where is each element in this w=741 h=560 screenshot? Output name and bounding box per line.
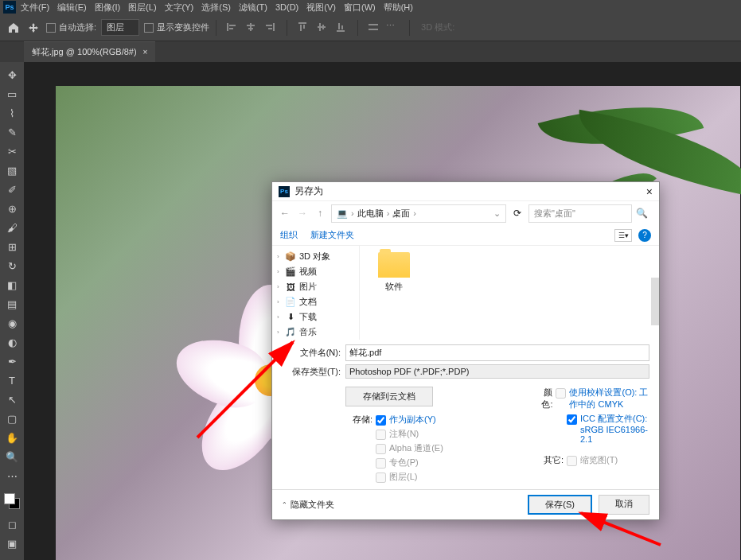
menu-file[interactable]: 文件(F)	[21, 2, 49, 14]
align-right-icon[interactable]	[263, 21, 278, 35]
brush-tool[interactable]: 🖌	[3, 219, 21, 236]
refresh-icon[interactable]: ⟳	[509, 208, 525, 219]
folder-icon	[378, 252, 410, 278]
stamp-tool[interactable]: ⊞	[3, 238, 21, 255]
nav-forward-icon[interactable]: →	[296, 208, 309, 219]
path-tool[interactable]: ↖	[3, 391, 21, 408]
frame-tool[interactable]: ▧	[3, 161, 21, 179]
eraser-tool[interactable]: ◧	[3, 276, 21, 294]
gradient-tool[interactable]: ▤	[3, 295, 21, 313]
marquee-tool[interactable]: ▭	[3, 85, 21, 103]
path-bar[interactable]: 💻 › 此电脑 › 桌面 › ⌄	[331, 204, 506, 223]
menu-image[interactable]: 图像(I)	[95, 2, 120, 14]
menu-layer[interactable]: 图层(L)	[128, 2, 156, 14]
type-tool[interactable]: T	[3, 371, 21, 389]
svg-rect-2	[229, 28, 233, 29]
dodge-tool[interactable]: ◐	[3, 333, 21, 351]
divider	[216, 20, 216, 36]
close-icon[interactable]: ×	[646, 185, 653, 198]
menu-window[interactable]: 窗口(W)	[344, 2, 376, 14]
mask-mode[interactable]: ◻	[3, 515, 21, 533]
help-icon[interactable]: ?	[638, 229, 651, 242]
dialog-options: 存储到云文档 存储: 作为副本(Y) 注释(N) Alpha 通道(E) 专色(…	[272, 382, 659, 489]
align-bottom-icon[interactable]	[334, 21, 349, 35]
eyedropper-tool[interactable]: ✐	[3, 181, 21, 198]
collapse-icon[interactable]: ⌃	[282, 501, 287, 508]
document-tab[interactable]: 鲜花.jpg @ 100%(RGB/8#) ×	[24, 41, 155, 62]
chevron-down-icon[interactable]: ⌄	[493, 208, 501, 219]
hide-folders-link[interactable]: 隐藏文件夹	[291, 499, 334, 511]
menu-select[interactable]: 选择(S)	[201, 2, 231, 14]
path-seg-desktop[interactable]: 桌面	[392, 208, 410, 220]
view-mode-button[interactable]: ☰▾	[614, 229, 632, 242]
move-tool[interactable]: ✥	[3, 66, 21, 84]
show-transform-checkbox[interactable]	[144, 23, 154, 33]
search-input[interactable]: 搜索"桌面"	[528, 204, 632, 223]
menu-help[interactable]: 帮助(H)	[384, 2, 413, 14]
organize-button[interactable]: 组织	[280, 229, 298, 241]
cancel-button[interactable]: 取消	[599, 495, 649, 515]
menu-view[interactable]: 视图(V)	[306, 2, 336, 14]
layers-checkbox	[376, 472, 386, 483]
blur-tool[interactable]: ◉	[3, 314, 21, 332]
crop-tool[interactable]: ✂	[3, 142, 21, 160]
quick-select-tool[interactable]: ✎	[3, 123, 21, 141]
pen-tool[interactable]: ✒	[3, 352, 21, 370]
tree-pictures[interactable]: ›🖼图片	[272, 279, 359, 294]
path-seg-pc[interactable]: 此电脑	[357, 208, 384, 220]
menu-edit[interactable]: 编辑(E)	[57, 2, 87, 14]
tab-label: 鲜花.jpg @ 100%(RGB/8#)	[32, 46, 137, 58]
auto-select-checkbox[interactable]	[46, 23, 56, 33]
search-icon[interactable]: 🔍	[635, 208, 648, 219]
svg-rect-16	[338, 23, 340, 29]
screen-mode[interactable]: ▣	[3, 535, 21, 552]
filename-label: 文件名(N):	[282, 347, 345, 359]
svg-rect-1	[229, 25, 236, 26]
move-tool-icon[interactable]	[29, 23, 38, 33]
auto-select-dropdown[interactable]: 图层	[101, 19, 139, 36]
save-button[interactable]: 保存(S)	[528, 495, 592, 515]
file-pane[interactable]: 软件	[360, 246, 659, 340]
save-cloud-button[interactable]: 存储到云文档	[345, 387, 433, 406]
svg-rect-17	[341, 25, 343, 29]
close-tab-icon[interactable]: ×	[143, 48, 148, 56]
shape-tool[interactable]: ▢	[3, 410, 21, 427]
icc-checkbox[interactable]	[567, 414, 577, 425]
app-logo: Ps	[3, 1, 16, 14]
align-top-icon[interactable]	[296, 21, 310, 35]
align-center-h-icon[interactable]	[244, 21, 259, 35]
home-icon[interactable]	[6, 21, 21, 35]
tree-videos[interactable]: ›🎬视频	[272, 264, 359, 279]
filename-input[interactable]: 鲜花.pdf	[345, 344, 649, 361]
dialog-body: ›📦3D 对象 ›🎬视频 ›🖼图片 ›📄文档 ›⬇下载 ›🎵音乐 ›🖥桌面 软件	[272, 246, 659, 340]
tree-3d-objects[interactable]: ›📦3D 对象	[272, 249, 359, 264]
history-brush-tool[interactable]: ↻	[3, 257, 21, 274]
tree-music[interactable]: ›🎵音乐	[272, 325, 359, 340]
document-tab-bar: 鲜花.jpg @ 100%(RGB/8#) ×	[0, 41, 741, 62]
nav-up-icon[interactable]: ↑	[314, 208, 326, 219]
scrollbar[interactable]	[651, 278, 659, 325]
more-icon[interactable]: ⋯	[386, 21, 400, 35]
lasso-tool[interactable]: ⌇	[3, 104, 21, 122]
edit-toolbar[interactable]: ⋯	[3, 467, 21, 484]
align-left-icon[interactable]	[225, 21, 240, 35]
healing-tool[interactable]: ⊕	[3, 200, 21, 217]
tree-downloads[interactable]: ›⬇下载	[272, 309, 359, 325]
folder-item[interactable]: 软件	[366, 252, 422, 293]
hand-tool[interactable]: ✋	[3, 429, 21, 446]
nav-back-icon[interactable]: ←	[279, 208, 291, 219]
menu-filter[interactable]: 滤镜(T)	[239, 2, 267, 14]
tree-documents[interactable]: ›📄文档	[272, 294, 359, 309]
distribute-icon[interactable]	[367, 21, 381, 35]
new-folder-button[interactable]: 新建文件夹	[310, 229, 354, 241]
color-swatch[interactable]	[4, 493, 20, 509]
menu-type[interactable]: 文字(Y)	[165, 2, 194, 14]
filetype-select[interactable]: Photoshop PDF (*.PDF;*.PDP)	[345, 364, 649, 379]
dialog-nav: ← → ↑ 💻 › 此电脑 › 桌面 › ⌄ ⟳ 搜索"桌面" 🔍	[272, 201, 659, 225]
mode-3d-label: 3D 模式:	[421, 21, 454, 33]
as-copy-checkbox[interactable]	[376, 415, 386, 426]
show-transform-label: 显示变换控件	[157, 21, 209, 33]
zoom-tool[interactable]: 🔍	[3, 448, 21, 465]
menu-3d[interactable]: 3D(D)	[275, 2, 298, 12]
align-center-v-icon[interactable]	[315, 21, 330, 35]
